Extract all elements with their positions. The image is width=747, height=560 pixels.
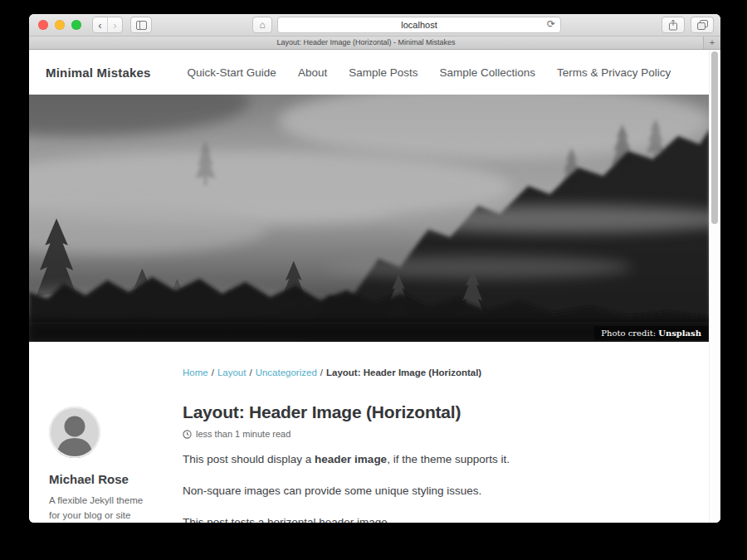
address-bar[interactable]: localhost ⟳ [277, 17, 561, 33]
foggy-forest-image [29, 95, 710, 342]
breadcrumb: Home/Layout/Uncategorized/Layout: Header… [183, 368, 681, 377]
scrollbar-thumb[interactable] [711, 51, 718, 224]
reload-icon: ⟳ [547, 18, 555, 30]
avatar [49, 407, 100, 458]
paragraph-bold-text: header image [315, 453, 387, 465]
page-meta: less than 1 minute read [183, 429, 681, 439]
paragraph: This post tests a horizontal header imag… [183, 515, 681, 523]
share-button[interactable] [662, 17, 685, 33]
breadcrumb-link-layout[interactable]: Layout [217, 368, 247, 377]
share-icon [668, 19, 678, 31]
breadcrumb-separator: / [320, 368, 323, 377]
author-name: Michael Rose [49, 472, 163, 486]
nav-item-terms-privacy[interactable]: Terms & Privacy Policy [557, 66, 671, 79]
browser-toolbar: ‹ › ⌂ localhost ⟳ [29, 14, 720, 37]
reload-button[interactable]: ⟳ [547, 18, 555, 30]
tab-overview-button[interactable] [691, 17, 714, 33]
paragraph-text: This post should display a [183, 453, 315, 465]
primary-nav: Quick-Start Guide About Sample Posts Sam… [188, 66, 671, 79]
page-title: Layout: Header Image (Horizontal) [183, 402, 681, 422]
web-page: Minimal Mistakes Quick-Start Guide About… [29, 50, 710, 523]
photo-credit-prefix: Photo credit: [601, 329, 658, 338]
tab-bar: Layout: Header Image (Horizontal) - Mini… [29, 37, 720, 50]
masthead: Minimal Mistakes Quick-Start Guide About… [29, 50, 710, 95]
plus-icon: + [710, 37, 715, 47]
sidebar-icon [136, 21, 147, 30]
forward-button[interactable]: › [108, 17, 122, 32]
url-text: localhost [401, 20, 437, 30]
sidebar-toggle-button[interactable] [130, 17, 152, 33]
article: Home/Layout/Uncategorized/Layout: Header… [183, 368, 681, 523]
author-sidebar: Michael Rose A flexible Jekyll theme for… [49, 368, 163, 523]
toolbar-right-buttons [662, 17, 714, 33]
breadcrumb-link-home[interactable]: Home [183, 368, 208, 377]
clock-icon [183, 430, 192, 439]
paragraph-text: , if the theme supports it. [387, 453, 510, 465]
paragraph-text: Non-square images can provide some uniqu… [183, 485, 481, 497]
paragraph: This post should display a header image,… [183, 452, 681, 468]
paragraph: Non-square images can provide some uniqu… [183, 484, 681, 499]
breadcrumb-separator: / [212, 368, 214, 377]
nav-item-quick-start-guide[interactable]: Quick-Start Guide [188, 66, 276, 79]
photo-credit: Photo credit: Unsplash [594, 326, 708, 340]
back-button[interactable]: ‹ [93, 17, 108, 32]
hero-header-image: Photo credit: Unsplash [29, 95, 710, 342]
paragraph-text: This post tests a horizontal header imag… [183, 516, 391, 523]
site-title-link[interactable]: Minimal Mistakes [46, 66, 151, 80]
breadcrumb-separator: / [249, 368, 251, 377]
home-button[interactable]: ⌂ [252, 17, 272, 33]
page-scrollbar[interactable] [709, 50, 720, 523]
forward-icon: › [113, 20, 116, 31]
back-icon: ‹ [98, 20, 101, 31]
home-icon: ⌂ [259, 19, 265, 31]
minimize-window-button[interactable] [55, 20, 65, 30]
photo-credit-source: Unsplash [658, 329, 701, 338]
tab-title: Layout: Header Image (Horizontal) - Mini… [276, 38, 455, 46]
nav-item-sample-collections[interactable]: Sample Collections [439, 66, 535, 79]
desktop: { "browser": { "url": "localhost", "tab_… [0, 0, 747, 560]
read-time: less than 1 minute read [196, 429, 290, 439]
breadcrumb-link-uncategorized[interactable]: Uncategorized [256, 368, 317, 377]
history-nav: ‹ › [92, 17, 123, 33]
content-area: Michael Rose A flexible Jekyll theme for… [29, 342, 710, 523]
window-controls [38, 20, 81, 30]
nav-item-sample-posts[interactable]: Sample Posts [349, 66, 417, 79]
browser-window: ‹ › ⌂ localhost ⟳ [29, 14, 720, 523]
active-tab[interactable]: Layout: Header Image (Horizontal) - Mini… [29, 37, 703, 49]
nav-item-about[interactable]: About [298, 66, 327, 79]
new-tab-button[interactable]: + [703, 37, 720, 49]
tabs-icon [697, 20, 708, 30]
author-bio: A flexible Jekyll theme for your blog or… [49, 493, 147, 523]
breadcrumb-current: Layout: Header Image (Horizontal) [326, 368, 481, 377]
page-viewport: Minimal Mistakes Quick-Start Guide About… [29, 50, 720, 523]
close-window-button[interactable] [38, 20, 48, 30]
zoom-window-button[interactable] [71, 20, 81, 30]
